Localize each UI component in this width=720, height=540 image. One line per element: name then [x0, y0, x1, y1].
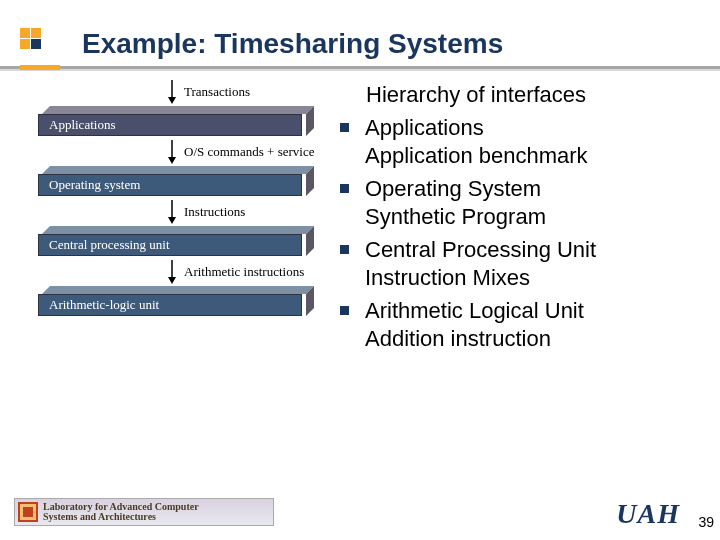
bullet-line: Addition instruction — [365, 326, 551, 351]
arrow-transactions: Transactions — [166, 78, 330, 106]
bullet-line: Operating System — [365, 176, 541, 201]
bullet-icon — [340, 184, 349, 193]
bullet-icon — [340, 123, 349, 132]
arrow-down-icon — [166, 200, 178, 224]
lab-banner: Laboratory for Advanced Computer Systems… — [14, 498, 274, 526]
arrow-label: Arithmetic instructions — [184, 264, 304, 280]
arrow-down-icon — [166, 80, 178, 104]
layer-label: Central processing unit — [49, 237, 170, 253]
layer-label: Operating system — [49, 177, 140, 193]
layer-os: Operating system — [38, 166, 310, 196]
bullet-list: Hierarchy of interfaces Applications App… — [330, 78, 720, 358]
arrow-label: Instructions — [184, 204, 245, 220]
arrow-arithmetic: Arithmetic instructions — [166, 258, 330, 286]
layer-cpu: Central processing unit — [38, 226, 310, 256]
bullet-line: Application benchmark — [365, 143, 588, 168]
layer-label: Applications — [49, 117, 115, 133]
page-number: 39 — [698, 514, 714, 530]
bullet-line: Central Processing Unit — [365, 237, 596, 262]
lab-line1: Laboratory for Advanced Computer — [43, 501, 199, 512]
slide-title: Example: Timesharing Systems — [82, 28, 720, 60]
bullet-icon — [340, 245, 349, 254]
svg-marker-3 — [168, 157, 176, 164]
arrow-label: Transactions — [184, 84, 250, 100]
layer-diagram: Transactions Applications O/S commands +… — [0, 78, 330, 358]
svg-marker-1 — [168, 97, 176, 104]
bullet-line: Instruction Mixes — [365, 265, 530, 290]
lab-line2: Systems and Architectures — [43, 511, 156, 522]
layer-label: Arithmetic-logic unit — [49, 297, 159, 313]
bullet-heading: Hierarchy of interfaces — [366, 82, 700, 108]
list-item: Central Processing Unit Instruction Mixe… — [330, 236, 700, 291]
list-item: Arithmetic Logical Unit Addition instruc… — [330, 297, 700, 352]
bullet-line: Synthetic Program — [365, 204, 546, 229]
bullet-line: Applications — [365, 115, 484, 140]
list-item: Operating System Synthetic Program — [330, 175, 700, 230]
lab-icon — [18, 502, 38, 522]
uah-logo: UAH — [616, 498, 680, 530]
arrow-instructions: Instructions — [166, 198, 330, 226]
slide-header: Example: Timesharing Systems — [0, 0, 720, 60]
arrow-label: O/S commands + service — [184, 144, 314, 160]
arrow-down-icon — [166, 260, 178, 284]
list-item: Applications Application benchmark — [330, 114, 700, 169]
layer-applications: Applications — [38, 106, 310, 136]
svg-marker-5 — [168, 217, 176, 224]
arrow-down-icon — [166, 140, 178, 164]
bullet-icon — [340, 306, 349, 315]
corner-logo — [20, 28, 42, 50]
bullet-line: Arithmetic Logical Unit — [365, 298, 584, 323]
slide-footer: Laboratory for Advanced Computer Systems… — [0, 494, 720, 530]
layer-alu: Arithmetic-logic unit — [38, 286, 310, 316]
slide-content: Transactions Applications O/S commands +… — [0, 78, 720, 358]
arrow-os-commands: O/S commands + service — [166, 138, 330, 166]
svg-marker-7 — [168, 277, 176, 284]
